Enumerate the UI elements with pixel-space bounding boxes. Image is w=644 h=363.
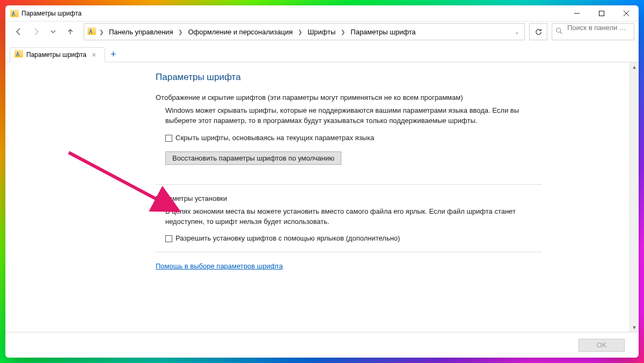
maximize-button[interactable] — [589, 5, 614, 21]
chevron-right-icon[interactable]: ❯ — [340, 29, 346, 35]
chevron-right-icon[interactable]: ❯ — [98, 29, 105, 35]
restore-defaults-button[interactable]: Восстановить параметры шрифтов по умолча… — [165, 151, 341, 165]
checkbox-icon — [165, 135, 172, 142]
footer-bar: OK — [5, 332, 639, 358]
titlebar: Параметры шрифта — [5, 5, 639, 21]
ok-button[interactable]: OK — [579, 339, 625, 352]
window-title: Параметры шрифта — [21, 10, 82, 17]
breadcrumb-item[interactable]: Параметры шрифта — [348, 24, 418, 40]
section-heading: Параметры установки — [156, 194, 542, 202]
vertical-scrollbar[interactable]: ▲ ▼ — [630, 62, 639, 332]
help-link[interactable]: Помощь в выборе параметров шрифта — [156, 262, 283, 270]
section-body: Windows может скрывать шрифты, которые н… — [165, 106, 542, 126]
recent-locations-button[interactable] — [47, 26, 59, 38]
fonts-folder-icon — [87, 27, 96, 37]
content-area: Параметры шрифта Отображение и скрытие ш… — [5, 62, 630, 332]
forward-button[interactable] — [30, 26, 42, 38]
breadcrumb-item[interactable]: Шрифты — [305, 24, 338, 40]
tab-font-settings[interactable]: Параметры шрифта × — [10, 47, 105, 62]
svg-point-1 — [557, 28, 561, 32]
tab-label: Параметры шрифта — [26, 51, 86, 59]
tab-close-icon[interactable]: × — [92, 50, 96, 59]
refresh-button[interactable] — [529, 23, 547, 40]
minimize-button[interactable] — [565, 5, 589, 21]
breadcrumb-item[interactable]: Оформление и персонализация — [186, 24, 295, 40]
back-button[interactable] — [13, 26, 25, 38]
nav-row: ❯ Панель управления ❯ Оформление и персо… — [5, 21, 639, 44]
search-box[interactable] — [552, 23, 634, 40]
section-heading: Отображение и скрытие шрифтов (эти парам… — [156, 93, 542, 101]
up-button[interactable] — [64, 26, 76, 38]
address-bar[interactable]: ❯ Панель управления ❯ Оформление и персо… — [84, 23, 525, 40]
search-input[interactable] — [567, 24, 630, 32]
chevron-right-icon[interactable]: ❯ — [297, 29, 303, 35]
control-panel-window: Параметры шрифта ❯ Панель управления ❯ О… — [5, 5, 639, 358]
nav-arrows — [10, 26, 79, 38]
scroll-up-icon[interactable]: ▲ — [630, 62, 639, 71]
chevron-down-icon[interactable]: ⌄ — [513, 29, 521, 35]
fonts-folder-icon — [10, 10, 19, 17]
divider — [156, 184, 542, 185]
close-button[interactable] — [614, 5, 639, 21]
hide-fonts-checkbox[interactable]: Скрыть шрифты, основываясь на текущих па… — [165, 134, 542, 142]
fonts-folder-icon — [14, 50, 23, 59]
new-tab-button[interactable]: + — [105, 47, 121, 62]
divider — [156, 252, 542, 252]
section-body: В целях экономии места вы можете установ… — [165, 207, 542, 227]
search-icon — [555, 27, 563, 37]
scroll-down-icon[interactable]: ▼ — [630, 323, 639, 332]
checkbox-label: Разрешить установку шрифтов с помощью яр… — [175, 234, 400, 242]
checkbox-label: Скрыть шрифты, основываясь на текущих па… — [175, 134, 374, 142]
svg-rect-0 — [599, 11, 604, 16]
allow-shortcut-install-checkbox[interactable]: Разрешить установку шрифтов с помощью яр… — [165, 234, 542, 242]
page-title: Параметры шрифта — [156, 72, 542, 83]
breadcrumb-item[interactable]: Панель управления — [107, 24, 175, 40]
checkbox-icon — [165, 235, 172, 242]
tabs-row: Параметры шрифта × + — [5, 44, 639, 62]
chevron-right-icon[interactable]: ❯ — [177, 29, 184, 35]
